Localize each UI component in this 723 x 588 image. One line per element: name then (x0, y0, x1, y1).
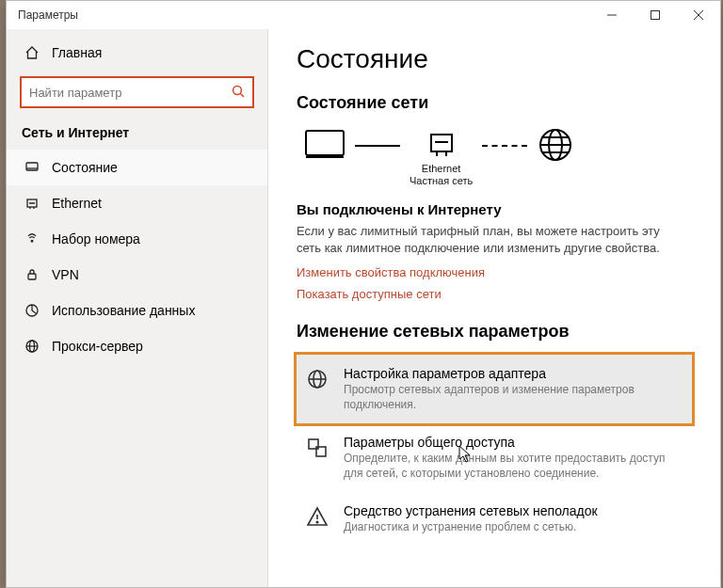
svg-rect-9 (28, 274, 36, 279)
maximize-button[interactable] (634, 1, 677, 29)
option-troubleshoot[interactable]: Средство устранения сетевых неполадок Ди… (297, 492, 692, 547)
titlebar: Параметры (7, 1, 720, 29)
sidebar-item-ethernet[interactable]: Ethernet (7, 185, 267, 221)
search-input[interactable] (29, 86, 232, 100)
page-title: Состояние (297, 44, 692, 74)
diagram-line (482, 145, 527, 147)
svg-rect-1 (651, 11, 660, 20)
proxy-icon (24, 338, 40, 355)
option-title: Средство устранения сетевых неполадок (344, 503, 598, 518)
adapter-node: Ethernet Частная сеть (410, 131, 473, 187)
data-usage-icon (24, 302, 40, 319)
dialup-icon (24, 230, 40, 247)
option-desc: Просмотр сетевых адаптеров и изменение п… (344, 383, 683, 412)
svg-point-4 (233, 86, 242, 94)
sidebar-group-title: Сеть и Интернет (7, 121, 267, 150)
diagram-iface-type: Частная сеть (410, 175, 473, 187)
connected-title: Вы подключены к Интернету (297, 201, 692, 217)
link-show-available-networks[interactable]: Показать доступные сети (297, 287, 692, 301)
sidebar-item-vpn[interactable]: VPN (7, 257, 267, 293)
svg-line-5 (240, 93, 244, 97)
option-sharing[interactable]: Параметры общего доступа Определите, к к… (297, 423, 692, 492)
option-title: Параметры общего доступа (344, 435, 683, 450)
status-icon (24, 159, 40, 176)
svg-rect-14 (306, 131, 344, 155)
option-desc: Диагностика и устранение проблем с сетью… (344, 520, 598, 535)
sidebar-item-data-usage[interactable]: Использование данных (7, 293, 267, 328)
change-network-settings-heading: Изменение сетевых параметров (297, 322, 692, 342)
diagram-line (355, 145, 400, 147)
home-icon (24, 44, 40, 61)
option-adapter-settings[interactable]: Настройка параметров адаптера Просмотр с… (297, 355, 692, 423)
sidebar-home-label: Главная (52, 45, 102, 60)
svg-rect-6 (26, 163, 38, 170)
link-change-connection-properties[interactable]: Изменить свойства подключения (297, 265, 692, 279)
internet-node (537, 126, 574, 192)
warning-icon (306, 505, 330, 531)
sidebar-item-proxy[interactable]: Прокси-сервер (7, 328, 267, 364)
diagram-iface-label: Ethernet (410, 163, 473, 175)
minimize-button[interactable] (590, 1, 634, 29)
sidebar-item-label: VPN (52, 267, 79, 282)
ethernet-icon (24, 195, 40, 212)
settings-window: Параметры Главная (6, 0, 721, 588)
close-button[interactable] (677, 1, 720, 29)
network-diagram: Ethernet Частная сеть (304, 126, 692, 192)
search-box[interactable] (20, 76, 254, 108)
sidebar-item-label: Набор номера (52, 231, 140, 246)
option-title: Настройка параметров адаптера (344, 366, 683, 381)
option-desc: Определите, к каким данным вы хотите пре… (344, 452, 683, 481)
network-status-heading: Состояние сети (297, 93, 692, 113)
sidebar-item-dialup[interactable]: Набор номера (7, 221, 267, 257)
sidebar-item-status[interactable]: Состояние (7, 150, 267, 185)
sidebar: Главная Сеть и Интернет Состояние (7, 29, 268, 587)
device-node (304, 129, 345, 189)
main-content: Состояние Состояние сети Ethernet (268, 29, 720, 587)
sharing-icon (306, 437, 330, 462)
globe-icon (306, 368, 330, 393)
sidebar-item-label: Ethernet (52, 196, 102, 211)
sidebar-item-label: Использование данных (52, 303, 195, 318)
connected-text: Если у вас лимитный тарифный план, вы мо… (297, 223, 673, 256)
sidebar-item-label: Прокси-сервер (52, 339, 143, 354)
search-icon (232, 85, 245, 101)
sidebar-item-label: Состояние (52, 160, 118, 175)
svg-point-26 (316, 522, 318, 524)
sidebar-home[interactable]: Главная (7, 35, 267, 71)
vpn-icon (24, 266, 40, 283)
window-title: Параметры (18, 8, 78, 22)
